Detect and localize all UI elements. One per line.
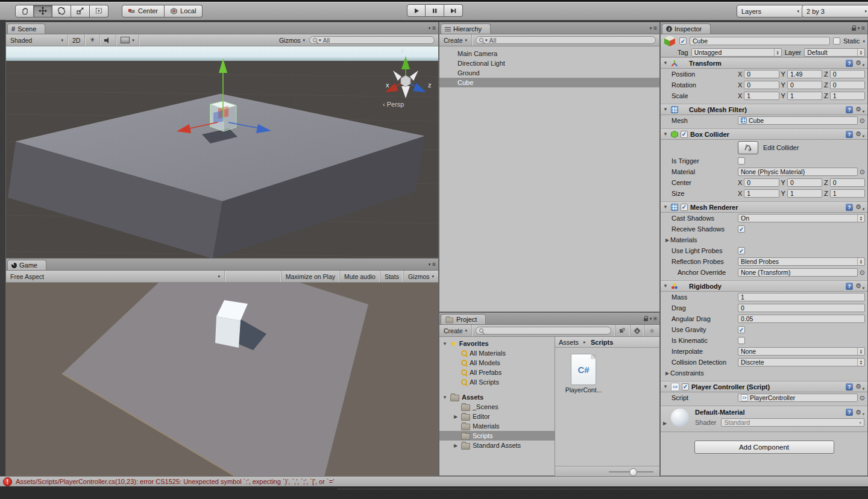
layers-dropdown[interactable]: Layers ▾ <box>737 5 804 17</box>
inspector-panel-menu[interactable]: ▾ ≡ <box>852 25 865 31</box>
gear-icon[interactable]: ⚙ <box>855 60 861 66</box>
fav-all-prefabs[interactable]: All Prefabs <box>439 368 555 377</box>
box-collider-header[interactable]: ▼ ✓ Box Collider ? ⚙▾ <box>661 128 867 140</box>
gear-icon[interactable]: ⚙ <box>855 204 861 210</box>
tab-scene[interactable]: # Scene <box>7 24 45 34</box>
lighting-toggle[interactable]: ☀ <box>85 34 100 46</box>
foldout-closed-icon[interactable]: ▶ <box>664 237 670 243</box>
position-x-field[interactable]: 0 <box>744 70 779 78</box>
foldout-open-icon[interactable]: ▼ <box>662 384 668 389</box>
help-icon[interactable]: ? <box>846 60 853 67</box>
mesh-renderer-header[interactable]: ▼ ✓ Mesh Renderer ? ⚙▾ <box>661 201 867 213</box>
foldout-open-icon[interactable]: ▼ <box>662 283 668 289</box>
hierarchy-item-directional-light[interactable]: Directional Light <box>439 58 659 68</box>
hierarchy-search-input[interactable]: ▾ All <box>476 36 656 44</box>
favorites-filter-button[interactable]: ★ <box>644 325 659 336</box>
scene-search-input[interactable]: ▾ All <box>309 36 435 44</box>
help-icon[interactable]: ? <box>846 409 853 416</box>
object-picker-icon[interactable]: ⊙ <box>860 394 865 402</box>
game-panel-menu[interactable]: ▾ ≡ <box>429 261 436 268</box>
effects-dropdown[interactable]: ▾ <box>116 34 139 46</box>
anchor-override-field[interactable]: None (Transform) <box>738 268 858 277</box>
folder-editor[interactable]: ▶Editor <box>439 412 555 421</box>
lock-icon[interactable] <box>852 28 856 31</box>
object-picker-icon[interactable]: ⊙ <box>860 117 865 125</box>
folder-materials[interactable]: Materials <box>439 421 555 431</box>
mesh-filter-header[interactable]: ▼ Cube (Mesh Filter) ? ⚙▾ <box>661 104 867 115</box>
aspect-dropdown[interactable]: Free Aspect ▾ <box>6 271 225 282</box>
scale-tool-button[interactable] <box>71 5 90 17</box>
edit-collider-button[interactable] <box>738 141 758 154</box>
active-checkbox[interactable]: ✓ <box>679 37 687 45</box>
space-local-button[interactable]: Local <box>165 5 203 17</box>
collider-enabled-checkbox[interactable]: ✓ <box>681 131 688 138</box>
mesh-object-field[interactable]: Cube <box>738 116 858 125</box>
foldout-open-icon[interactable]: ▼ <box>442 341 448 347</box>
help-icon[interactable]: ? <box>846 106 853 113</box>
help-icon[interactable]: ? <box>846 204 853 211</box>
scale-y-field[interactable]: 1 <box>787 92 822 100</box>
cast-shadows-dropdown[interactable]: On ▴▾ <box>738 214 865 222</box>
game-gizmos-dropdown[interactable]: Gizmos ▾ <box>403 271 438 282</box>
size-y-field[interactable]: 1 <box>787 189 822 198</box>
gear-icon[interactable]: ⚙ <box>855 283 861 289</box>
position-z-field[interactable]: 0 <box>830 70 865 78</box>
rotation-y-field[interactable]: 0 <box>787 81 822 89</box>
rotation-z-field[interactable]: 0 <box>830 81 865 89</box>
foldout-open-icon[interactable]: ▼ <box>662 107 668 112</box>
gear-icon[interactable]: ⚙ <box>855 131 861 137</box>
foldout-closed-icon[interactable]: ▶ <box>453 414 459 419</box>
scale-x-field[interactable]: 1 <box>744 92 779 100</box>
folder-standard-assets[interactable]: ▶Standard Assets <box>439 441 555 450</box>
size-x-field[interactable]: 1 <box>744 189 779 198</box>
transform-header[interactable]: ▼ Transform ? ⚙▾ <box>661 57 867 69</box>
object-picker-icon[interactable]: ⊙ <box>860 269 865 277</box>
tab-project[interactable]: Project <box>441 314 486 324</box>
shader-dropdown[interactable]: Standard ▾ <box>721 418 864 427</box>
move-tool-button[interactable] <box>34 5 52 17</box>
perspective-toggle[interactable]: ‹ Persp <box>383 101 404 108</box>
hierarchy-item-ground[interactable]: Ground <box>439 68 659 78</box>
tab-game[interactable]: Game <box>7 260 46 270</box>
is-trigger-checkbox[interactable] <box>738 157 745 165</box>
lock-icon[interactable] <box>644 318 648 321</box>
gear-icon[interactable]: ⚙ <box>855 383 861 390</box>
search-by-type-button[interactable] <box>615 325 630 336</box>
player-controller-header[interactable]: ▼ C# ✓ Player Controller (Script) ? ⚙▾ <box>661 381 867 392</box>
hierarchy-item-cube[interactable]: Cube <box>439 78 659 87</box>
constraints-foldout-row[interactable]: ▶ Constraints <box>661 368 867 378</box>
scene-panel-menu[interactable]: ▾ ≡ <box>429 25 436 31</box>
breadcrumb-root[interactable]: Assets <box>559 339 579 346</box>
fav-all-models[interactable]: All Models <box>439 358 555 368</box>
help-icon[interactable]: ? <box>846 283 853 290</box>
use-gravity-checkbox[interactable]: ✓ <box>738 326 745 333</box>
scale-z-field[interactable]: 1 <box>830 92 865 100</box>
asset-playercontroller[interactable]: C# PlayerCont... <box>566 354 601 394</box>
drag-field[interactable]: 0 <box>738 304 865 312</box>
position-y-field[interactable]: 1.49 <box>787 70 822 78</box>
center-y-field[interactable]: 0 <box>787 178 822 187</box>
size-z-field[interactable]: 1 <box>830 189 865 198</box>
add-component-button[interactable]: Add Component <box>694 441 834 454</box>
stats-button[interactable]: Stats <box>380 271 403 282</box>
foldout-open-icon[interactable]: ▼ <box>442 395 448 400</box>
scene-gizmos-dropdown[interactable]: Gizmos ▾ <box>275 34 309 46</box>
rigidbody-header[interactable]: ▼ Rigidbody ? ⚙▾ <box>661 280 867 292</box>
materials-foldout-row[interactable]: ▶ Materials <box>661 234 867 245</box>
step-button[interactable] <box>444 4 463 17</box>
pivot-center-button[interactable]: Center <box>122 5 165 17</box>
static-checkbox[interactable] <box>833 37 840 45</box>
rotate-tool-button[interactable] <box>52 5 71 17</box>
reflection-probes-dropdown[interactable]: Blend Probes ▴▾ <box>738 257 865 266</box>
layer-dropdown[interactable]: Default ▴▾ <box>804 48 865 57</box>
audio-toggle[interactable] <box>100 34 116 46</box>
gear-icon[interactable]: ⚙ <box>855 409 861 416</box>
foldout-open-icon[interactable]: ▼ <box>662 204 668 210</box>
scene-viewport[interactable]: y x z ‹ Persp <box>6 46 438 259</box>
foldout-closed-icon[interactable]: ▶ <box>664 371 670 376</box>
mass-field[interactable]: 1 <box>738 293 865 301</box>
interpolate-dropdown[interactable]: None ▴▾ <box>738 347 865 356</box>
folder-scenes[interactable]: _Scenes <box>439 402 555 412</box>
foldout-open-icon[interactable]: ▼ <box>662 60 668 66</box>
tab-hierarchy[interactable]: Hierarchy <box>441 24 491 34</box>
